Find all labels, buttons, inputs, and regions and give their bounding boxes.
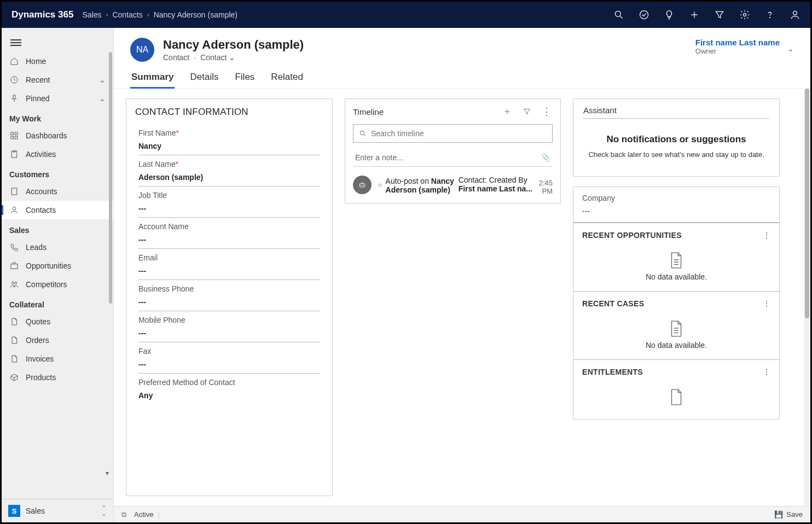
form-selector[interactable]: Contact ⌄ <box>200 53 235 62</box>
field-job-title[interactable]: Job Title --- <box>138 187 320 218</box>
box-icon <box>9 372 19 382</box>
attachment-icon[interactable]: 📎 <box>541 153 550 162</box>
nav-contacts[interactable]: Contacts <box>2 201 113 219</box>
field-fax[interactable]: Fax --- <box>138 342 320 374</box>
owner-field[interactable]: First name Last name Owner <box>695 38 780 55</box>
assistant-headline: No notifications or suggestions <box>585 134 767 145</box>
related-card: Company --- RECENT OPPORTUNITIES ⋮ No da… <box>573 187 780 420</box>
nav-label: Opportunities <box>26 261 71 270</box>
nav-accounts[interactable]: Accounts <box>2 182 113 201</box>
breadcrumb-item[interactable]: Sales <box>82 10 101 19</box>
nav-label: Products <box>26 373 56 382</box>
tabs: Summary Details Files Related <box>114 62 810 89</box>
dashboard-icon <box>9 131 19 141</box>
document-icon <box>9 354 19 364</box>
svg-rect-12 <box>11 136 14 139</box>
nav-invoices[interactable]: Invoices <box>2 350 113 368</box>
nav-label: Home <box>26 57 46 66</box>
tab-summary[interactable]: Summary <box>130 72 175 88</box>
area-switcher[interactable]: S Sales ⌃⌄ <box>2 499 113 522</box>
field-email[interactable]: Email --- <box>138 249 320 280</box>
people-icon <box>9 280 19 289</box>
task-icon[interactable] <box>639 9 649 20</box>
nav-section-customers: Customers <box>2 164 113 182</box>
plus-icon[interactable] <box>689 9 700 20</box>
save-icon: 💾 <box>774 510 783 519</box>
field-account-name[interactable]: Account Name --- <box>138 218 320 249</box>
help-icon[interactable] <box>764 9 775 20</box>
tab-details[interactable]: Details <box>189 72 219 88</box>
svg-rect-15 <box>11 188 16 195</box>
more-icon[interactable]: ⋮ <box>763 368 770 376</box>
assistant-card: Assistant No notifications or suggestion… <box>573 98 780 177</box>
user-icon[interactable] <box>790 9 801 20</box>
lightbulb-icon[interactable] <box>664 9 675 20</box>
filter-icon[interactable] <box>714 9 725 20</box>
svg-point-27 <box>361 185 361 185</box>
hamburger-icon[interactable] <box>10 39 21 46</box>
tab-files[interactable]: Files <box>234 72 256 88</box>
bot-icon <box>353 176 372 194</box>
gear-icon[interactable] <box>739 9 750 20</box>
nav-competitors[interactable]: Competitors <box>2 275 113 294</box>
record-type: Contact <box>163 53 189 62</box>
tab-related[interactable]: Related <box>270 72 304 88</box>
app-brand[interactable]: Dynamics 365 <box>11 9 73 20</box>
filter-icon[interactable] <box>521 107 533 116</box>
more-icon[interactable]: ⋮ <box>541 106 553 118</box>
nav-opportunities[interactable]: Opportunities <box>2 257 113 275</box>
chevron-down-icon[interactable]: ⌄ <box>787 38 794 53</box>
field-preferred-contact[interactable]: Preferred Method of Contact Any <box>138 374 320 404</box>
svg-point-20 <box>11 282 14 284</box>
timeline-title: Timeline <box>353 107 384 117</box>
field-business-phone[interactable]: Business Phone --- <box>138 280 320 311</box>
nav-products[interactable]: Products <box>2 368 113 387</box>
nav-label: Quotes <box>26 317 50 326</box>
field-company[interactable]: Company --- <box>573 187 779 223</box>
timeline-search[interactable] <box>353 124 553 143</box>
save-button[interactable]: 💾 Save <box>774 510 803 519</box>
svg-point-2 <box>640 11 648 19</box>
nav-quotes[interactable]: Quotes <box>2 312 113 331</box>
sidebar-scrollbar[interactable] <box>108 52 113 499</box>
clipboard-icon <box>9 149 19 159</box>
nav-label: Orders <box>26 336 49 345</box>
timeline-search-input[interactable] <box>371 129 547 138</box>
breadcrumb-item[interactable]: Nancy Aderson (sample) <box>154 10 237 19</box>
no-data-cases: No data available. <box>573 316 779 359</box>
svg-point-28 <box>363 185 363 185</box>
more-icon[interactable]: ⋮ <box>763 299 770 308</box>
search-icon[interactable] <box>613 9 624 20</box>
nav-pinned[interactable]: Pinned ⌄ <box>2 89 113 108</box>
timeline-note[interactable]: Enter a note... 📎 <box>353 148 553 167</box>
nav-label: Leads <box>26 243 47 252</box>
breadcrumb-item[interactable]: Contacts <box>112 10 142 19</box>
popout-icon[interactable]: ⧉ <box>121 510 126 519</box>
content-scrollbar[interactable] <box>804 89 810 506</box>
nav-orders[interactable]: Orders <box>2 331 113 350</box>
no-data-opportunities: No data available. <box>573 247 779 291</box>
field-first-name[interactable]: First Name* Nancy <box>138 124 320 155</box>
svg-rect-10 <box>11 132 14 135</box>
nav-leads[interactable]: Leads <box>2 238 113 257</box>
nav-dashboards[interactable]: Dashboards <box>2 126 113 145</box>
more-icon[interactable]: ⋮ <box>763 231 770 240</box>
statusbar: ⧉ Active | 💾 Save <box>114 506 810 522</box>
nav-label: Recent <box>26 75 50 84</box>
chat-icon <box>378 182 382 189</box>
field-last-name[interactable]: Last Name* Aderson (sample) <box>138 155 320 187</box>
plus-icon[interactable] <box>501 107 513 116</box>
field-mobile-phone[interactable]: Mobile Phone --- <box>138 311 320 342</box>
nav-label: Pinned <box>26 94 50 103</box>
timeline-entry[interactable]: Auto-post on Nancy Aderson (sample) Cont… <box>345 172 560 203</box>
chevron-down-icon: ⌄ <box>229 53 235 62</box>
topbar: Dynamics 365 Sales › Contacts › Nancy Ad… <box>2 2 810 28</box>
briefcase-icon <box>9 261 19 271</box>
nav-activities[interactable]: Activities <box>2 145 113 164</box>
timeline-entry-time: 2:45 PM <box>538 179 553 195</box>
svg-point-5 <box>744 14 746 16</box>
main: NA Nancy Aderson (sample) Contact · Cont… <box>114 28 810 522</box>
nav-recent[interactable]: Recent ⌄ <box>2 71 113 89</box>
svg-line-1 <box>620 16 623 19</box>
nav-home[interactable]: Home <box>2 52 113 71</box>
